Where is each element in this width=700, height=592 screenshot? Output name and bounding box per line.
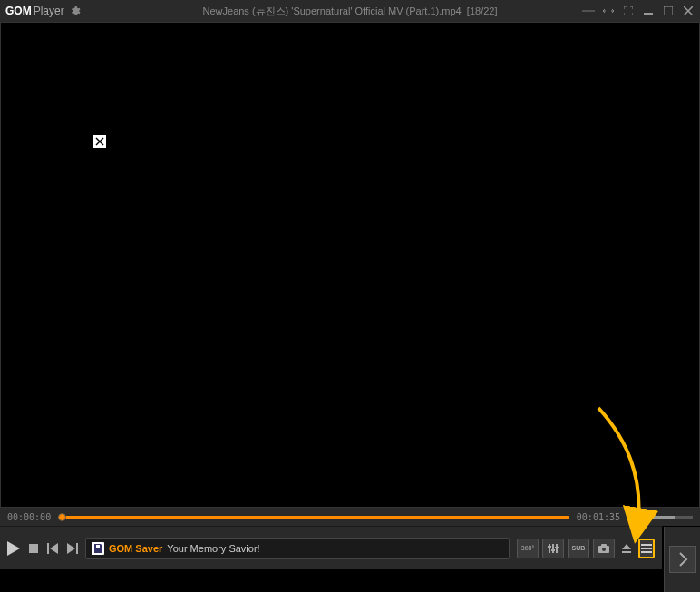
expand-panel-button[interactable]: [669, 546, 696, 573]
play-button[interactable]: [7, 541, 20, 556]
seek-slider[interactable]: [58, 516, 569, 519]
window-controls: [582, 5, 695, 17]
info-accent-text: GOM Saver: [109, 543, 162, 554]
svg-rect-15: [551, 549, 555, 551]
control-panel-button[interactable]: [542, 539, 564, 558]
saver-icon: [92, 542, 104, 555]
settings-gear-icon[interactable]: [70, 5, 81, 16]
svg-rect-14: [548, 546, 551, 548]
svg-rect-8: [47, 543, 49, 554]
window-title: NewJeans (뉴진스) 'Supernatural' Official M…: [203, 5, 498, 18]
logo-gom: GOM: [5, 5, 32, 17]
info-bar[interactable]: GOM Saver Your Memory Savior!: [85, 538, 510, 559]
compact-icon[interactable]: [602, 5, 615, 17]
minimize-icon[interactable]: [642, 5, 655, 17]
stop-button[interactable]: [29, 544, 38, 553]
broken-image-icon: [93, 135, 106, 148]
logo-player: Player: [34, 5, 64, 17]
seek-thumb-icon[interactable]: [58, 513, 66, 521]
svg-rect-11: [549, 544, 550, 553]
vr360-button[interactable]: 360°: [517, 539, 539, 558]
title-bar: GOM Player NewJeans (뉴진스) 'Supernatural'…: [0, 0, 700, 22]
previous-button[interactable]: [47, 543, 58, 554]
svg-rect-12: [552, 544, 554, 553]
fullscreen-icon[interactable]: [622, 5, 635, 17]
app-logo: GOM Player: [5, 5, 64, 17]
info-message: Your Memory Savior!: [167, 543, 259, 554]
maximize-icon[interactable]: [662, 5, 675, 17]
annotation-arrow-icon: [562, 399, 671, 562]
svg-rect-7: [29, 544, 38, 553]
close-icon[interactable]: [682, 5, 695, 17]
svg-rect-10: [96, 545, 100, 548]
svg-rect-16: [555, 547, 559, 548]
next-button[interactable]: [67, 543, 78, 554]
svg-rect-9: [76, 543, 78, 554]
svg-rect-2: [664, 6, 673, 15]
skin-icon[interactable]: [582, 5, 595, 17]
current-time: 00:00:00: [7, 512, 51, 522]
playback-controls: [7, 541, 78, 556]
